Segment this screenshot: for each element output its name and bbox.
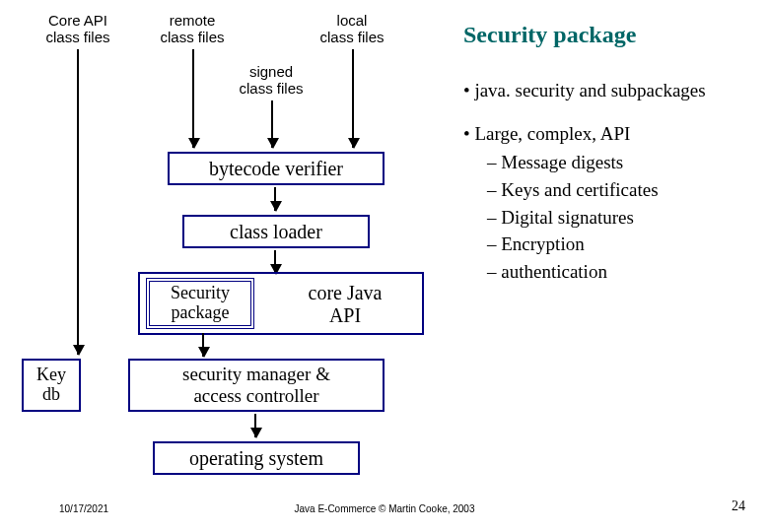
sub-bullet-1: Message digests [487, 150, 749, 175]
footer-center: Java E-Commerce © Martin Cooke, 2003 [0, 503, 769, 514]
label-remote: remoteclass files [148, 12, 237, 46]
arrow-secpkg-to-secmgr [202, 333, 204, 357]
bullet-1: java. security and subpackages [463, 78, 749, 103]
label-core-api: Core APIclass files [34, 12, 122, 46]
box-bytecode-verifier: bytecode verifier [168, 152, 384, 185]
label-local: localclass files [308, 12, 396, 46]
box-runtime-group [138, 272, 424, 335]
arrow-signed-to-verifier [271, 100, 273, 148]
box-class-loader: class loader [182, 215, 370, 248]
sub-bullet-3: Digital signatures [487, 205, 749, 231]
right-panel: Security package java. security and subp… [463, 22, 749, 301]
bullet-list: java. security and subpackages Large, co… [463, 78, 749, 284]
sub-bullet-5: authentication [487, 259, 749, 285]
box-security-manager: security manager &access controller [128, 359, 384, 412]
arrow-verifier-to-loader [274, 187, 276, 211]
arrow-remote-to-verifier [192, 49, 194, 148]
sub-bullet-4: Encryption [487, 232, 749, 257]
arrow-secmgr-to-os [254, 414, 256, 437]
slide-title: Security package [463, 22, 749, 48]
slide: Security package java. security and subp… [0, 0, 769, 532]
box-operating-system: operating system [153, 441, 360, 475]
footer-page: 24 [732, 499, 745, 514]
box-key-db: Keydb [22, 359, 81, 412]
arrow-local-to-verifier [352, 49, 354, 148]
bullet-2: Large, complex, API Message digests Keys… [463, 121, 749, 285]
sub-bullet-2: Keys and certificates [487, 177, 749, 203]
arrow-loader-to-secpkg [274, 250, 276, 274]
label-signed: signedclass files [222, 63, 320, 98]
arrow-core-to-secmgr [77, 49, 79, 355]
